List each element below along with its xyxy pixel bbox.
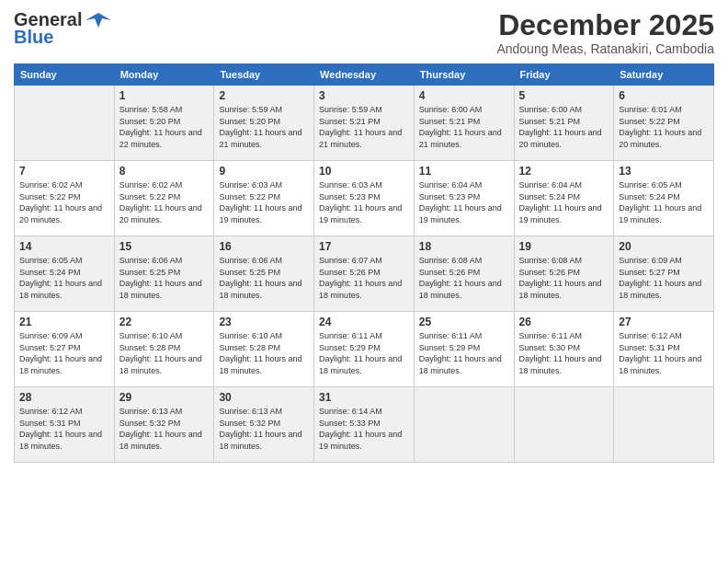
- table-row: [614, 387, 714, 463]
- cell-date: 16: [219, 240, 309, 253]
- cell-date: 11: [419, 165, 509, 178]
- table-row: 10 Sunrise: 6:03 AMSunset: 5:23 PMDaylig…: [314, 161, 415, 236]
- calendar-week-row: 1 Sunrise: 5:58 AMSunset: 5:20 PMDayligh…: [15, 86, 714, 161]
- cell-info: Sunrise: 6:03 AMSunset: 5:23 PMDaylight:…: [319, 179, 409, 225]
- table-row: 14 Sunrise: 6:05 AMSunset: 5:24 PMDaylig…: [15, 236, 115, 312]
- table-row: 3 Sunrise: 5:59 AMSunset: 5:21 PMDayligh…: [314, 86, 415, 161]
- cell-date: 8: [119, 165, 210, 178]
- cell-info: Sunrise: 6:10 AMSunset: 5:28 PMDaylight:…: [119, 330, 210, 376]
- cell-date: 21: [19, 316, 109, 328]
- header-saturday: Saturday: [614, 64, 714, 86]
- cell-date: 18: [419, 240, 509, 253]
- table-row: 1 Sunrise: 5:58 AMSunset: 5:20 PMDayligh…: [114, 86, 214, 161]
- location: Andoung Meas, Ratanakiri, Cambodia: [496, 41, 714, 56]
- cell-date: 26: [519, 316, 609, 328]
- table-row: 27 Sunrise: 6:12 AMSunset: 5:31 PMDaylig…: [614, 312, 714, 387]
- cell-info: Sunrise: 6:08 AMSunset: 5:26 PMDaylight:…: [419, 255, 509, 301]
- cell-date: 28: [19, 391, 109, 404]
- cell-info: Sunrise: 6:01 AMSunset: 5:22 PMDaylight:…: [619, 104, 709, 150]
- table-row: 8 Sunrise: 6:02 AMSunset: 5:22 PMDayligh…: [114, 161, 214, 236]
- cell-info: Sunrise: 6:05 AMSunset: 5:24 PMDaylight:…: [19, 255, 109, 301]
- logo-bird-icon: [85, 11, 111, 29]
- cell-date: 7: [19, 165, 109, 178]
- table-row: 23 Sunrise: 6:10 AMSunset: 5:28 PMDaylig…: [214, 312, 314, 387]
- cell-date: 25: [419, 316, 509, 328]
- cell-date: 22: [119, 316, 210, 328]
- table-row: 18 Sunrise: 6:08 AMSunset: 5:26 PMDaylig…: [414, 236, 514, 312]
- cell-date: 6: [619, 89, 709, 102]
- page: General Blue December 2025 Andoung Meas,…: [0, 0, 728, 563]
- table-row: [414, 387, 514, 463]
- table-row: 6 Sunrise: 6:01 AMSunset: 5:22 PMDayligh…: [614, 86, 714, 161]
- cell-date: 20: [619, 240, 709, 253]
- cell-date: 29: [119, 391, 210, 404]
- header-monday: Monday: [114, 64, 214, 86]
- cell-date: 3: [319, 89, 409, 102]
- cell-info: Sunrise: 6:03 AMSunset: 5:22 PMDaylight:…: [219, 179, 309, 225]
- header-thursday: Thursday: [414, 64, 514, 86]
- cell-info: Sunrise: 6:09 AMSunset: 5:27 PMDaylight:…: [619, 255, 709, 301]
- table-row: 30 Sunrise: 6:13 AMSunset: 5:32 PMDaylig…: [214, 387, 314, 463]
- calendar-week-row: 7 Sunrise: 6:02 AMSunset: 5:22 PMDayligh…: [15, 161, 714, 236]
- cell-info: Sunrise: 6:05 AMSunset: 5:24 PMDaylight:…: [619, 179, 709, 225]
- table-row: 5 Sunrise: 6:00 AMSunset: 5:21 PMDayligh…: [514, 86, 614, 161]
- table-row: 15 Sunrise: 6:06 AMSunset: 5:25 PMDaylig…: [114, 236, 214, 312]
- cell-info: Sunrise: 6:10 AMSunset: 5:28 PMDaylight:…: [219, 330, 309, 376]
- title-block: December 2025 Andoung Meas, Ratanakiri, …: [496, 9, 714, 56]
- cell-info: Sunrise: 6:02 AMSunset: 5:22 PMDaylight:…: [119, 179, 210, 225]
- cell-date: 10: [319, 165, 409, 178]
- logo: General Blue: [14, 9, 111, 48]
- table-row: 24 Sunrise: 6:11 AMSunset: 5:29 PMDaylig…: [314, 312, 415, 387]
- cell-date: 9: [219, 165, 309, 178]
- month-title: December 2025: [496, 9, 714, 41]
- cell-info: Sunrise: 6:06 AMSunset: 5:25 PMDaylight:…: [219, 255, 309, 301]
- header-tuesday: Tuesday: [214, 64, 314, 86]
- cell-date: 12: [519, 165, 609, 178]
- table-row: 20 Sunrise: 6:09 AMSunset: 5:27 PMDaylig…: [614, 236, 714, 312]
- header: General Blue December 2025 Andoung Meas,…: [14, 9, 714, 56]
- cell-date: 17: [319, 240, 409, 253]
- table-row: 7 Sunrise: 6:02 AMSunset: 5:22 PMDayligh…: [15, 161, 115, 236]
- cell-info: Sunrise: 6:06 AMSunset: 5:25 PMDaylight:…: [119, 255, 210, 301]
- cell-date: 1: [119, 89, 210, 102]
- header-sunday: Sunday: [15, 64, 115, 86]
- cell-info: Sunrise: 5:59 AMSunset: 5:21 PMDaylight:…: [319, 104, 409, 150]
- cell-date: 5: [519, 89, 609, 102]
- cell-date: 2: [219, 89, 309, 102]
- cell-date: 4: [419, 89, 509, 102]
- cell-date: 27: [619, 316, 709, 328]
- cell-info: Sunrise: 6:02 AMSunset: 5:22 PMDaylight:…: [19, 179, 109, 225]
- svg-marker-0: [85, 13, 111, 28]
- cell-info: Sunrise: 6:04 AMSunset: 5:24 PMDaylight:…: [519, 179, 609, 225]
- cell-info: Sunrise: 6:12 AMSunset: 5:31 PMDaylight:…: [19, 406, 109, 452]
- cell-info: Sunrise: 6:11 AMSunset: 5:29 PMDaylight:…: [319, 330, 409, 376]
- calendar-week-row: 28 Sunrise: 6:12 AMSunset: 5:31 PMDaylig…: [15, 387, 714, 463]
- cell-info: Sunrise: 6:13 AMSunset: 5:32 PMDaylight:…: [219, 406, 309, 452]
- header-friday: Friday: [514, 64, 614, 86]
- cell-info: Sunrise: 6:11 AMSunset: 5:29 PMDaylight:…: [419, 330, 509, 376]
- calendar-table: Sunday Monday Tuesday Wednesday Thursday…: [14, 63, 714, 463]
- cell-info: Sunrise: 6:08 AMSunset: 5:26 PMDaylight:…: [519, 255, 609, 301]
- table-row: 26 Sunrise: 6:11 AMSunset: 5:30 PMDaylig…: [514, 312, 614, 387]
- table-row: 19 Sunrise: 6:08 AMSunset: 5:26 PMDaylig…: [514, 236, 614, 312]
- table-row: [514, 387, 614, 463]
- cell-date: 31: [319, 391, 409, 404]
- cell-info: Sunrise: 6:04 AMSunset: 5:23 PMDaylight:…: [419, 179, 509, 225]
- cell-info: Sunrise: 6:00 AMSunset: 5:21 PMDaylight:…: [519, 104, 609, 150]
- cell-info: Sunrise: 6:11 AMSunset: 5:30 PMDaylight:…: [519, 330, 609, 376]
- table-row: 9 Sunrise: 6:03 AMSunset: 5:22 PMDayligh…: [214, 161, 314, 236]
- cell-info: Sunrise: 6:00 AMSunset: 5:21 PMDaylight:…: [419, 104, 509, 150]
- table-row: 29 Sunrise: 6:13 AMSunset: 5:32 PMDaylig…: [114, 387, 214, 463]
- cell-info: Sunrise: 5:59 AMSunset: 5:20 PMDaylight:…: [219, 104, 309, 150]
- cell-date: 23: [219, 316, 309, 328]
- cell-info: Sunrise: 6:13 AMSunset: 5:32 PMDaylight:…: [119, 406, 210, 452]
- cell-date: 19: [519, 240, 609, 253]
- cell-date: 15: [119, 240, 210, 253]
- cell-info: Sunrise: 6:12 AMSunset: 5:31 PMDaylight:…: [619, 330, 709, 376]
- logo-blue: Blue: [14, 27, 53, 48]
- table-row: 11 Sunrise: 6:04 AMSunset: 5:23 PMDaylig…: [414, 161, 514, 236]
- table-row: 16 Sunrise: 6:06 AMSunset: 5:25 PMDaylig…: [214, 236, 314, 312]
- table-row: 31 Sunrise: 6:14 AMSunset: 5:33 PMDaylig…: [314, 387, 415, 463]
- table-row: 17 Sunrise: 6:07 AMSunset: 5:26 PMDaylig…: [314, 236, 415, 312]
- table-row: 12 Sunrise: 6:04 AMSunset: 5:24 PMDaylig…: [514, 161, 614, 236]
